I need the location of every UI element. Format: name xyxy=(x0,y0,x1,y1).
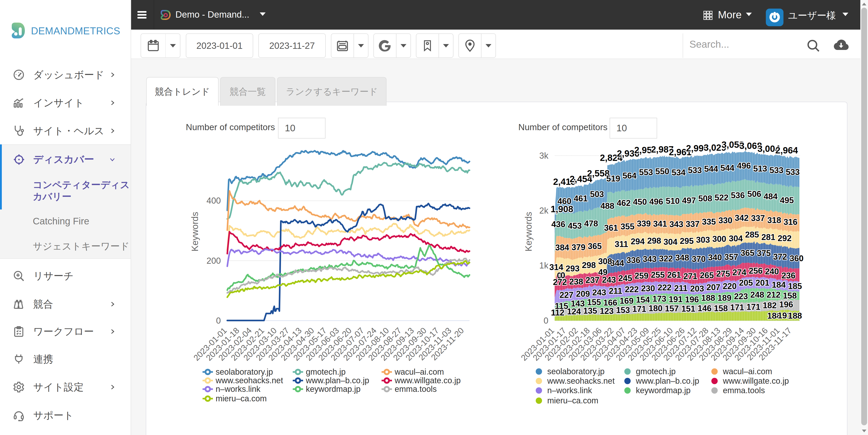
svg-text:265: 265 xyxy=(700,271,714,280)
svg-text:mieru–ca.com: mieru–ca.com xyxy=(547,396,598,405)
svg-text:436: 436 xyxy=(551,220,565,229)
svg-text:544: 544 xyxy=(704,164,718,174)
svg-text:158: 158 xyxy=(783,291,797,300)
svg-text:342: 342 xyxy=(735,213,749,223)
svg-text:189: 189 xyxy=(717,293,732,303)
svg-text:223: 223 xyxy=(734,292,748,301)
svg-text:188: 188 xyxy=(701,293,715,303)
svg-text:259: 259 xyxy=(634,271,649,280)
svg-text:49: 49 xyxy=(598,268,608,277)
svg-text:n–works.link: n–works.link xyxy=(216,384,260,394)
svg-text:157: 157 xyxy=(665,304,679,313)
svg-text:496: 496 xyxy=(737,161,751,170)
svg-text:gmotech.jp: gmotech.jp xyxy=(636,367,676,376)
svg-text:emma.tools: emma.tools xyxy=(395,384,437,394)
svg-text:384: 384 xyxy=(555,243,569,252)
svg-text:151: 151 xyxy=(681,304,695,313)
svg-text:533: 533 xyxy=(688,166,702,175)
svg-text:1k: 1k xyxy=(539,261,549,270)
svg-text:488: 488 xyxy=(600,201,614,211)
svg-text:510: 510 xyxy=(666,196,680,206)
svg-text:115: 115 xyxy=(555,302,568,311)
svg-text:248: 248 xyxy=(750,290,764,300)
svg-text:3k: 3k xyxy=(539,151,549,160)
svg-text:295: 295 xyxy=(680,236,694,246)
svg-text:316: 316 xyxy=(783,217,798,227)
svg-text:318: 318 xyxy=(767,216,781,225)
svg-text:212: 212 xyxy=(767,290,780,300)
svg-text:533: 533 xyxy=(786,167,800,177)
svg-text:370: 370 xyxy=(692,254,706,264)
svg-text:497: 497 xyxy=(682,196,696,205)
svg-text:339: 339 xyxy=(637,219,651,228)
svg-text:205: 205 xyxy=(739,278,753,287)
svg-text:503: 503 xyxy=(590,190,604,199)
svg-text:www.plan–b.co.jp: www.plan–b.co.jp xyxy=(636,376,699,385)
svg-text:237: 237 xyxy=(585,276,599,285)
svg-text:298: 298 xyxy=(582,260,596,270)
svg-text:155: 155 xyxy=(587,298,601,307)
svg-text:236: 236 xyxy=(781,271,796,280)
svg-text:322: 322 xyxy=(659,254,673,263)
svg-text:240: 240 xyxy=(765,267,779,276)
svg-text:303: 303 xyxy=(696,235,710,245)
svg-text:Keywords: Keywords xyxy=(524,212,533,251)
svg-text:www.plan–b.co.jp: www.plan–b.co.jp xyxy=(306,376,369,385)
svg-text:203: 203 xyxy=(690,284,704,293)
svg-text:124: 124 xyxy=(567,307,581,316)
svg-text:169: 169 xyxy=(620,296,633,306)
svg-text:220: 220 xyxy=(723,282,737,291)
svg-text:372: 372 xyxy=(773,252,787,261)
svg-text:365: 365 xyxy=(741,248,754,258)
svg-text:453: 453 xyxy=(568,221,582,230)
svg-text:335: 335 xyxy=(702,217,716,226)
svg-text:519: 519 xyxy=(606,174,620,183)
svg-text:gmotech.jp: gmotech.jp xyxy=(306,367,346,376)
svg-text:www.willgate.co.jp: www.willgate.co.jp xyxy=(395,376,461,385)
svg-text:355: 355 xyxy=(620,222,634,231)
svg-text:304: 304 xyxy=(663,237,677,247)
svg-text:506: 506 xyxy=(747,189,761,199)
svg-text:185: 185 xyxy=(788,282,802,291)
svg-text:0: 0 xyxy=(216,316,221,325)
svg-text:227: 227 xyxy=(559,290,574,300)
svg-text:337: 337 xyxy=(751,214,765,223)
svg-text:274: 274 xyxy=(733,268,746,277)
svg-text:188: 188 xyxy=(788,311,802,320)
svg-text:seolaboratory.jp: seolaboratory.jp xyxy=(547,367,604,376)
svg-text:153: 153 xyxy=(616,306,630,315)
svg-text:261: 261 xyxy=(667,270,681,280)
svg-text:360: 360 xyxy=(789,254,804,263)
svg-text:298: 298 xyxy=(647,236,661,245)
svg-text:207: 207 xyxy=(706,283,720,292)
svg-text:400: 400 xyxy=(207,196,221,206)
svg-text:462: 462 xyxy=(617,198,631,208)
svg-text:166: 166 xyxy=(603,298,617,307)
svg-text:www.willgate.co.jp: www.willgate.co.jp xyxy=(723,376,789,385)
svg-text:275: 275 xyxy=(716,269,730,278)
svg-text:143: 143 xyxy=(571,299,585,308)
svg-text:245: 245 xyxy=(618,274,632,283)
svg-text:344: 344 xyxy=(610,258,624,268)
svg-text:337: 337 xyxy=(686,219,700,229)
svg-text:341: 341 xyxy=(653,219,667,228)
svg-text:mieru–ca.com: mieru–ca.com xyxy=(216,394,267,403)
svg-text:484: 484 xyxy=(764,192,778,201)
svg-text:379: 379 xyxy=(571,243,585,252)
svg-text:300: 300 xyxy=(712,234,726,244)
svg-text:311: 311 xyxy=(615,240,628,249)
svg-text:544: 544 xyxy=(720,163,735,173)
svg-text:536: 536 xyxy=(731,191,745,200)
svg-text:222: 222 xyxy=(625,285,639,294)
svg-text:348: 348 xyxy=(675,253,689,262)
svg-text:564: 564 xyxy=(622,171,637,180)
svg-text:292: 292 xyxy=(778,234,792,243)
svg-text:Keywords: Keywords xyxy=(190,212,200,251)
svg-text:184: 184 xyxy=(772,280,786,289)
svg-text:357: 357 xyxy=(724,252,738,262)
svg-text:171: 171 xyxy=(746,302,761,312)
svg-text:508: 508 xyxy=(698,194,712,203)
svg-text:201: 201 xyxy=(755,278,770,287)
svg-text:182: 182 xyxy=(763,301,777,310)
svg-text:361: 361 xyxy=(604,223,618,232)
